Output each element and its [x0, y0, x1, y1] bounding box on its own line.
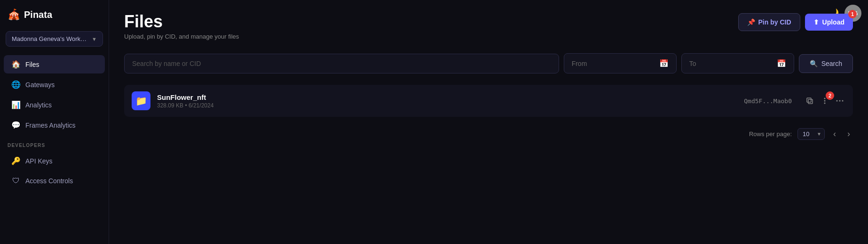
next-page-button[interactable]: ›	[844, 128, 853, 140]
page-subtitle: Upload, pin by CID, and manage your file…	[124, 33, 239, 40]
sidebar-item-gateways-label: Gateways	[25, 81, 55, 89]
action-badge-wrap: 2	[819, 95, 830, 106]
search-input[interactable]	[132, 60, 551, 67]
header-actions: 📌 Pin by CID ⬆ Upload 1	[738, 13, 853, 31]
logo-text: Pinata	[24, 9, 52, 20]
file-icon: 📁	[132, 91, 150, 110]
globe-icon: 🌐	[11, 80, 21, 89]
svg-point-2	[824, 98, 826, 99]
sidebar-item-files-label: Files	[25, 61, 39, 68]
pin-icon: 📌	[747, 18, 755, 26]
sidebar-item-analytics-label: Analytics	[25, 101, 52, 109]
sidebar-item-frames-analytics[interactable]: 💬 Frames Analytics	[4, 116, 105, 134]
search-input-wrap	[124, 54, 559, 73]
page-title: Files	[124, 13, 239, 30]
sidebar-item-access-controls-label: Access Controls	[25, 177, 73, 185]
workspace-name: Madonna Geneva's Worksp...	[12, 35, 87, 42]
sidebar-item-api-keys[interactable]: 🔑 API Keys	[4, 152, 105, 170]
header-row: Files Upload, pin by CID, and manage you…	[124, 13, 853, 40]
table-row: 📁 SunFlower_nft 328.09 KB • 6/21/2024 Qm…	[124, 85, 853, 117]
file-meta-separator: •	[185, 102, 189, 109]
main-content: 🌙 MG Files Upload, pin by CID, and manag…	[109, 0, 868, 244]
rows-per-page-select[interactable]: 10 25 50 100	[797, 128, 825, 140]
chevron-down-icon: ▼	[92, 36, 97, 42]
chart-icon: 📊	[11, 100, 21, 109]
svg-rect-1	[807, 98, 811, 102]
logo: 🎪 Pinata	[0, 0, 109, 29]
calendar-to-icon: 📅	[777, 59, 786, 68]
workspace-selector[interactable]: Madonna Geneva's Worksp... ▼	[6, 31, 103, 47]
pin-by-cid-label: Pin by CID	[758, 18, 791, 26]
file-meta: 328.09 KB • 6/21/2024	[157, 102, 737, 109]
frames-icon: 💬	[11, 121, 21, 130]
svg-point-7	[842, 100, 844, 102]
search-icon: 🔍	[810, 60, 818, 67]
file-date: 6/21/2024	[189, 102, 213, 109]
search-button[interactable]: 🔍 Search	[799, 54, 853, 73]
svg-point-5	[836, 100, 838, 102]
file-info: SunFlower_nft 328.09 KB • 6/21/2024	[157, 93, 737, 109]
svg-point-6	[839, 100, 841, 102]
rows-per-page-label: Rows per page:	[749, 130, 792, 138]
logo-icon: 🎪	[8, 8, 20, 21]
developers-section-label: DEVELOPERS	[0, 135, 109, 151]
upload-button[interactable]: ⬆ Upload	[805, 14, 853, 31]
sidebar-item-api-keys-label: API Keys	[25, 157, 53, 165]
svg-point-3	[824, 100, 826, 102]
page-header: Files Upload, pin by CID, and manage you…	[124, 13, 239, 40]
file-size: 328.09 KB	[157, 102, 183, 109]
shield-icon: 🛡	[11, 177, 21, 185]
home-icon: 🏠	[11, 60, 21, 69]
from-date-label: From	[572, 60, 655, 67]
file-cid: Qmd5F...Maob0	[744, 98, 792, 105]
sidebar-item-gateways[interactable]: 🌐 Gateways	[4, 75, 105, 94]
sidebar-item-access-controls[interactable]: 🛡 Access Controls	[4, 172, 105, 190]
file-action-badge: 2	[826, 91, 834, 100]
file-name: SunFlower_nft	[157, 93, 737, 101]
file-more-button[interactable]	[834, 95, 845, 106]
pin-by-cid-button[interactable]: 📌 Pin by CID	[738, 13, 800, 31]
svg-point-4	[824, 103, 826, 104]
from-date-input[interactable]: From 📅	[564, 53, 677, 73]
upload-label: Upload	[822, 18, 844, 26]
prev-page-button[interactable]: ‹	[830, 128, 839, 140]
sidebar-item-frames-analytics-label: Frames Analytics	[25, 122, 76, 129]
rows-select-wrap: 10 25 50 100 ▼	[797, 128, 825, 140]
sidebar-item-files[interactable]: 🏠 Files	[4, 55, 105, 73]
upload-notification-badge: 1	[848, 10, 857, 18]
search-row: From 📅 To 📅 🔍 Search	[124, 53, 853, 73]
svg-rect-0	[808, 99, 813, 104]
upload-icon: ⬆	[813, 18, 819, 26]
sidebar-item-analytics[interactable]: 📊 Analytics	[4, 96, 105, 114]
to-date-label: To	[689, 60, 772, 67]
search-button-label: Search	[821, 60, 842, 67]
pagination-row: Rows per page: 10 25 50 100 ▼ ‹ ›	[124, 128, 853, 140]
upload-button-wrap: ⬆ Upload 1	[805, 14, 853, 31]
copy-cid-button[interactable]	[804, 95, 815, 106]
sidebar: 🎪 Pinata Madonna Geneva's Worksp... ▼ 🏠 …	[0, 0, 109, 244]
file-actions: 2	[804, 95, 845, 106]
to-date-input[interactable]: To 📅	[681, 53, 794, 73]
key-icon: 🔑	[11, 156, 21, 165]
calendar-from-icon: 📅	[659, 59, 669, 68]
